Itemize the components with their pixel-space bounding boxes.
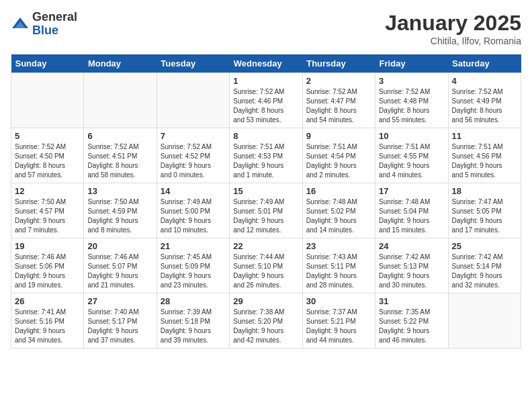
day-number: 21 xyxy=(161,241,226,251)
day-number: 4 xyxy=(452,76,517,86)
calendar-cell: 28Sunrise: 7:39 AM Sunset: 5:18 PM Dayli… xyxy=(157,293,229,349)
cell-content: Sunrise: 7:50 AM Sunset: 4:57 PM Dayligh… xyxy=(15,197,80,235)
calendar-cell: 25Sunrise: 7:42 AM Sunset: 5:14 PM Dayli… xyxy=(448,238,521,293)
calendar-cell: 23Sunrise: 7:43 AM Sunset: 5:11 PM Dayli… xyxy=(302,238,375,293)
calendar-cell: 11Sunrise: 7:51 AM Sunset: 4:56 PM Dayli… xyxy=(448,128,521,183)
calendar-cell: 29Sunrise: 7:38 AM Sunset: 5:20 PM Dayli… xyxy=(230,293,302,349)
day-number: 26 xyxy=(15,296,80,306)
cell-content: Sunrise: 7:49 AM Sunset: 5:00 PM Dayligh… xyxy=(161,197,226,235)
cell-content: Sunrise: 7:52 AM Sunset: 4:49 PM Dayligh… xyxy=(452,87,517,125)
cell-content: Sunrise: 7:52 AM Sunset: 4:50 PM Dayligh… xyxy=(15,142,80,180)
calendar-cell: 8Sunrise: 7:51 AM Sunset: 4:53 PM Daylig… xyxy=(230,128,302,183)
calendar-cell: 31Sunrise: 7:35 AM Sunset: 5:22 PM Dayli… xyxy=(375,293,448,349)
cell-content: Sunrise: 7:44 AM Sunset: 5:10 PM Dayligh… xyxy=(233,253,298,290)
calendar-week-row: 5Sunrise: 7:52 AM Sunset: 4:50 PM Daylig… xyxy=(11,128,521,183)
day-number: 10 xyxy=(379,131,444,141)
cell-content: Sunrise: 7:49 AM Sunset: 5:01 PM Dayligh… xyxy=(233,197,298,235)
day-number: 17 xyxy=(379,186,444,196)
day-number: 14 xyxy=(161,186,226,196)
calendar-cell: 21Sunrise: 7:45 AM Sunset: 5:09 PM Dayli… xyxy=(157,238,229,293)
calendar-cell: 1Sunrise: 7:52 AM Sunset: 4:46 PM Daylig… xyxy=(230,73,302,128)
day-number: 8 xyxy=(233,131,298,141)
day-number: 12 xyxy=(15,186,80,196)
cell-content: Sunrise: 7:42 AM Sunset: 5:14 PM Dayligh… xyxy=(452,253,517,290)
title-block: January 2025 Chitila, Ilfov, Romania xyxy=(385,11,521,46)
cell-content: Sunrise: 7:52 AM Sunset: 4:47 PM Dayligh… xyxy=(306,87,371,125)
calendar-cell: 9Sunrise: 7:51 AM Sunset: 4:54 PM Daylig… xyxy=(302,128,375,183)
calendar-cell: 15Sunrise: 7:49 AM Sunset: 5:01 PM Dayli… xyxy=(230,183,302,238)
day-number: 11 xyxy=(452,131,517,141)
cell-content: Sunrise: 7:37 AM Sunset: 5:21 PM Dayligh… xyxy=(306,308,371,345)
day-number: 7 xyxy=(161,131,226,141)
cell-content: Sunrise: 7:46 AM Sunset: 5:06 PM Dayligh… xyxy=(15,253,80,290)
day-number: 29 xyxy=(233,296,298,306)
cell-content: Sunrise: 7:45 AM Sunset: 5:09 PM Dayligh… xyxy=(161,253,226,290)
day-number: 28 xyxy=(161,296,226,306)
day-number: 19 xyxy=(15,241,80,251)
calendar-cell: 6Sunrise: 7:52 AM Sunset: 4:51 PM Daylig… xyxy=(84,128,157,183)
header-wednesday: Wednesday xyxy=(230,54,302,73)
header-friday: Friday xyxy=(375,54,448,73)
day-number: 9 xyxy=(306,131,371,141)
month-title: January 2025 xyxy=(385,11,521,36)
calendar-cell: 16Sunrise: 7:48 AM Sunset: 5:02 PM Dayli… xyxy=(302,183,375,238)
cell-content: Sunrise: 7:48 AM Sunset: 5:04 PM Dayligh… xyxy=(379,197,444,235)
calendar-cell: 13Sunrise: 7:50 AM Sunset: 4:59 PM Dayli… xyxy=(84,183,157,238)
cell-content: Sunrise: 7:51 AM Sunset: 4:56 PM Dayligh… xyxy=(452,142,517,180)
day-number: 3 xyxy=(379,76,444,86)
calendar-cell: 19Sunrise: 7:46 AM Sunset: 5:06 PM Dayli… xyxy=(11,238,84,293)
calendar-cell xyxy=(448,293,521,349)
day-number: 31 xyxy=(379,296,444,306)
day-number: 16 xyxy=(306,186,371,196)
cell-content: Sunrise: 7:35 AM Sunset: 5:22 PM Dayligh… xyxy=(379,308,444,345)
calendar-cell xyxy=(11,73,84,128)
cell-content: Sunrise: 7:40 AM Sunset: 5:17 PM Dayligh… xyxy=(87,308,152,345)
day-number: 22 xyxy=(233,241,298,251)
cell-content: Sunrise: 7:38 AM Sunset: 5:20 PM Dayligh… xyxy=(233,308,298,345)
day-number: 25 xyxy=(452,241,517,251)
cell-content: Sunrise: 7:42 AM Sunset: 5:13 PM Dayligh… xyxy=(379,253,444,290)
day-number: 20 xyxy=(87,241,152,251)
cell-content: Sunrise: 7:50 AM Sunset: 4:59 PM Dayligh… xyxy=(87,197,152,235)
header-sunday: Sunday xyxy=(11,54,84,73)
cell-content: Sunrise: 7:48 AM Sunset: 5:02 PM Dayligh… xyxy=(306,197,371,235)
cell-content: Sunrise: 7:47 AM Sunset: 5:05 PM Dayligh… xyxy=(452,197,517,235)
cell-content: Sunrise: 7:46 AM Sunset: 5:07 PM Dayligh… xyxy=(87,253,152,290)
calendar-cell: 10Sunrise: 7:51 AM Sunset: 4:55 PM Dayli… xyxy=(375,128,448,183)
day-number: 5 xyxy=(15,131,80,141)
calendar-cell xyxy=(157,73,229,128)
calendar-cell: 18Sunrise: 7:47 AM Sunset: 5:05 PM Dayli… xyxy=(448,183,521,238)
cell-content: Sunrise: 7:52 AM Sunset: 4:48 PM Dayligh… xyxy=(379,87,444,125)
header-saturday: Saturday xyxy=(448,54,521,73)
calendar-cell: 30Sunrise: 7:37 AM Sunset: 5:21 PM Dayli… xyxy=(302,293,375,349)
cell-content: Sunrise: 7:51 AM Sunset: 4:53 PM Dayligh… xyxy=(233,142,298,180)
cell-content: Sunrise: 7:52 AM Sunset: 4:52 PM Dayligh… xyxy=(161,142,226,180)
day-number: 30 xyxy=(306,296,371,306)
day-number: 18 xyxy=(452,186,517,196)
cell-content: Sunrise: 7:51 AM Sunset: 4:55 PM Dayligh… xyxy=(379,142,444,180)
day-number: 27 xyxy=(87,296,152,306)
day-number: 2 xyxy=(306,76,371,86)
header-monday: Monday xyxy=(84,54,157,73)
cell-content: Sunrise: 7:51 AM Sunset: 4:54 PM Dayligh… xyxy=(306,142,371,180)
calendar-cell: 20Sunrise: 7:46 AM Sunset: 5:07 PM Dayli… xyxy=(84,238,157,293)
cell-content: Sunrise: 7:43 AM Sunset: 5:11 PM Dayligh… xyxy=(306,253,371,290)
calendar-cell: 22Sunrise: 7:44 AM Sunset: 5:10 PM Dayli… xyxy=(230,238,302,293)
calendar-week-row: 12Sunrise: 7:50 AM Sunset: 4:57 PM Dayli… xyxy=(11,183,521,238)
header-thursday: Thursday xyxy=(302,54,375,73)
calendar-cell: 3Sunrise: 7:52 AM Sunset: 4:48 PM Daylig… xyxy=(375,73,448,128)
day-number: 23 xyxy=(306,241,371,251)
calendar-week-row: 26Sunrise: 7:41 AM Sunset: 5:16 PM Dayli… xyxy=(11,293,521,349)
calendar-cell: 17Sunrise: 7:48 AM Sunset: 5:04 PM Dayli… xyxy=(375,183,448,238)
cell-content: Sunrise: 7:52 AM Sunset: 4:51 PM Dayligh… xyxy=(87,142,152,180)
page-header: General Blue January 2025 Chitila, Ilfov… xyxy=(11,11,521,46)
logo-blue-text: Blue xyxy=(32,24,77,38)
logo-text: General Blue xyxy=(32,11,77,38)
calendar-cell: 2Sunrise: 7:52 AM Sunset: 4:47 PM Daylig… xyxy=(302,73,375,128)
calendar-cell: 4Sunrise: 7:52 AM Sunset: 4:49 PM Daylig… xyxy=(448,73,521,128)
calendar-week-row: 1Sunrise: 7:52 AM Sunset: 4:46 PM Daylig… xyxy=(11,73,521,128)
calendar-cell: 26Sunrise: 7:41 AM Sunset: 5:16 PM Dayli… xyxy=(11,293,84,349)
day-number: 6 xyxy=(87,131,152,141)
logo-general-text: General xyxy=(32,11,77,24)
day-number: 24 xyxy=(379,241,444,251)
